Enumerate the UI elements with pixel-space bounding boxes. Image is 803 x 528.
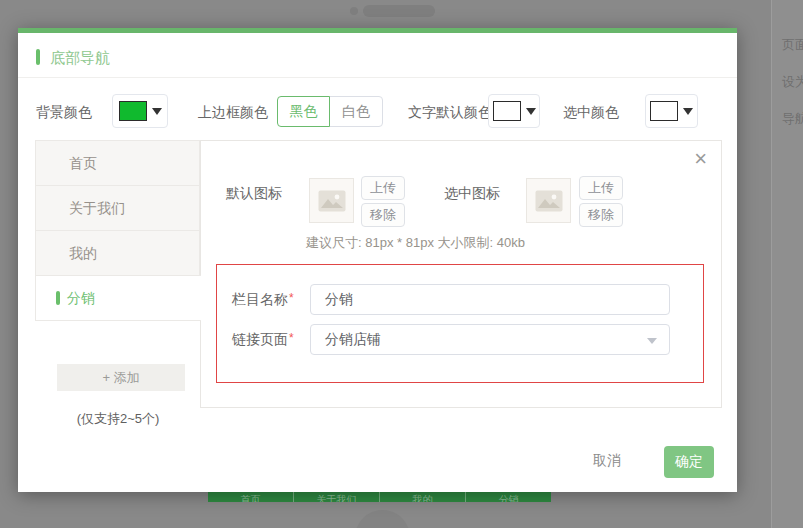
tab-limit-hint: (仅支持2~5个) [35,410,201,428]
active-color-swatch [650,101,678,121]
background-side-panel: 页面 设为 导航 [771,0,803,528]
background-menu-item: 导航 [782,110,803,128]
default-icon-label: 默认图标 [226,185,282,203]
image-placeholder-icon [535,190,563,212]
link-field-label-text: 链接页面 [232,331,288,347]
dialog-header: 底部导航 [18,33,737,78]
background-toggle-pill [363,5,435,17]
background-color-picker[interactable] [112,94,168,128]
tab-mine[interactable]: 我的 [35,230,200,276]
active-icon-upload-button[interactable]: 上传 [579,176,623,200]
active-icon-label: 选中图标 [444,185,500,203]
active-tab-marker [56,291,60,305]
border-black-button[interactable]: 黑色 [277,96,330,127]
background-menu-item: 设为 [782,73,803,91]
chevron-down-icon [647,338,657,344]
background-color-swatch [119,101,147,121]
chevron-down-icon [152,108,162,115]
tab-distribution-active[interactable]: 分销 [35,275,201,321]
close-icon[interactable]: × [694,149,707,169]
name-field-label: 栏目名称* [232,291,294,309]
background-color-label: 背景颜色 [36,104,92,122]
chevron-down-icon [526,108,536,115]
default-icon-remove-button[interactable]: 移除 [361,203,405,227]
text-color-picker[interactable] [488,94,540,128]
bottom-nav-dialog: 底部导航 背景颜色 上边框颜色 黑色 白色 文字默认颜色 选中颜色 首页 关于我… [18,28,737,492]
text-color-label: 文字默认颜色 [408,104,492,122]
chevron-down-icon [683,108,693,115]
active-icon-remove-button[interactable]: 移除 [579,203,623,227]
tab-editor-panel: × 默认图标 上传 移除 选中图标 上传 移除 建议尺寸: 81px * 81p… [200,140,722,408]
required-fields-box: 栏目名称* 分销 链接页面* 分销店铺 [216,264,704,383]
active-icon-placeholder[interactable] [526,178,571,223]
background-toggle-dot [350,7,358,15]
name-field-label-text: 栏目名称 [232,291,288,307]
border-white-button[interactable]: 白色 [329,96,383,127]
link-page-selected-value: 分销店铺 [325,331,381,347]
confirm-button[interactable]: 确定 [664,446,714,478]
name-input[interactable]: 分销 [310,284,670,315]
dialog-title: 底部导航 [50,49,110,68]
image-placeholder-icon [318,190,346,212]
background-menu-item: 页面 [782,36,803,54]
link-field-label: 链接页面* [232,331,294,349]
default-icon-placeholder[interactable] [309,178,354,223]
background-circle [355,510,410,528]
link-page-select[interactable]: 分销店铺 [310,324,670,355]
nav-item-tabs: 首页 关于我们 我的 分销 [35,140,201,321]
tab-about[interactable]: 关于我们 [35,185,200,231]
title-accent-bar [36,49,40,65]
active-color-label: 选中颜色 [563,104,619,122]
icon-size-hint: 建议尺寸: 81px * 81px 大小限制: 40kb [306,234,525,252]
add-tab-button[interactable]: + 添加 [57,364,185,391]
active-tab-label: 分销 [67,276,95,320]
cancel-button[interactable]: 取消 [584,449,630,473]
active-color-picker[interactable] [645,94,698,128]
default-icon-upload-button[interactable]: 上传 [361,176,405,200]
text-color-swatch [493,101,521,121]
required-asterisk: * [289,291,294,305]
required-asterisk: * [289,331,294,345]
border-color-label: 上边框颜色 [198,104,268,122]
tab-home[interactable]: 首页 [35,140,200,186]
